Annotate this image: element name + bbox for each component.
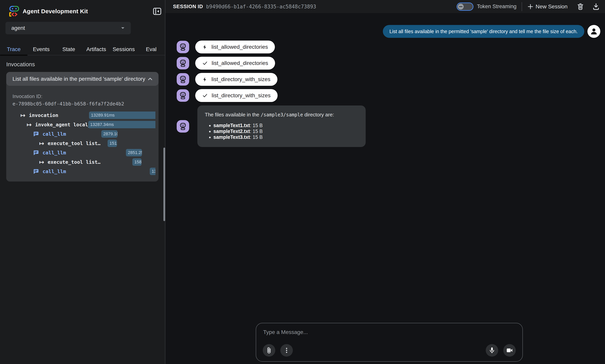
toggle-thumb [458,4,464,10]
sidebar-content: Invocations List all files available in … [0,55,165,182]
duration-bar: 1582.9 [132,158,141,166]
video-button[interactable] [503,344,516,357]
bot-avatar [177,41,189,53]
bot-avatar [177,73,189,86]
file-size: 15 B [253,123,262,128]
invocation-card: List all files available in the permitte… [6,72,159,182]
topbar: SESSION ID b9490d66-b1af-4266-8335-ac584… [165,0,605,13]
invocation-card-header[interactable]: List all files available in the permitte… [6,72,159,86]
directory-path: /sample3/sample [261,112,303,117]
tab-label: Trace [7,46,21,52]
invocation-id-value: e-7898bc05-60df-41bb-b658-f6fa7f2de4b2 [13,101,152,107]
trace-row[interactable]: call_llm 2879.10ms [19,129,155,139]
tab[interactable]: Trace [0,44,28,55]
topbar-controls: Token Streaming New Session [457,2,601,11]
duration-bar: 1511.6 [108,140,117,147]
trace-row[interactable]: call_llm 1314.30 [19,167,155,176]
collapse-panel-icon[interactable] [152,6,162,16]
bot-response-row: The files available in the /sample3/samp… [177,105,600,147]
file-name: sampleText1.txt [213,123,250,128]
function-name: list_allowed_directories [211,44,268,50]
bot-avatar [177,57,189,69]
file-list-item: sampleText2.txt: 15 B [213,128,358,134]
bot-event-row: list_allowed_directories [177,40,600,53]
chevron-up-icon[interactable] [147,76,153,82]
robot-icon [179,122,187,131]
duration-bar: 2879.10ms [101,130,118,138]
robot-icon [179,43,187,51]
app-title: Agent Development Kit [23,8,88,15]
function-call-chip[interactable]: list_directory_with_sizes [195,89,278,102]
sidebar: Agent Development Kit agent Trace Events… [0,0,165,364]
paperclip-icon [265,347,273,354]
duration-bar: 13289.91ms [89,112,155,119]
delete-session-icon[interactable] [577,3,584,11]
span-label: call_llm [42,150,66,156]
attach-file-button[interactable] [263,344,275,357]
message-input-placeholder: Type a Message... [263,329,308,335]
tab[interactable]: Artifacts [82,44,110,55]
videocam-icon [506,347,513,354]
agent-select-value: agent [11,25,25,31]
trace-row[interactable]: call_llm 2851.25ms [19,148,155,157]
robot-icon [179,59,187,67]
duration-text: 1314.30 [152,169,155,174]
file-list-item: sampleText3.txt: 15 B [213,134,358,140]
bolt-icon [202,44,207,50]
more-options-button[interactable] [280,344,293,357]
tab-label: Artifacts [86,46,106,52]
duration-text: 2851.25ms [128,150,142,155]
function-call-chip[interactable]: list_allowed_directories [195,57,275,70]
duration-text: 1582.9 [134,159,141,164]
user-message-row: List all files available in the permitte… [177,25,600,38]
duration-bar: 1314.30 [150,168,155,175]
sidebar-scrollbar[interactable] [163,148,165,221]
token-streaming-label: Token Streaming [477,3,517,10]
sidebar-header: Agent Development Kit [0,0,165,18]
chat-bubble-icon [33,131,39,137]
duration-bar: 2851.25ms [126,149,142,156]
function-name: list_directory_with_sizes [212,92,271,99]
trace-row[interactable]: ↦ invoke_agent local_fil… 13287.34ms [19,120,155,129]
tab[interactable]: State [55,44,82,55]
tab-label: Eval [146,46,156,52]
tab[interactable]: Events [28,44,55,55]
download-icon[interactable] [592,3,600,11]
session-id-label: SESSION ID [173,3,203,10]
span-label: call_llm [42,169,66,174]
microphone-button[interactable] [486,344,498,357]
span-label: execute_tool list… [48,141,100,146]
tab-label: State [62,46,75,52]
chat-bubble-icon [33,168,39,174]
trace-row[interactable]: ↦ execute_tool list… 1582.9 [19,157,155,167]
session-id-value: b9490d66-b1af-4266-8335-ac5848c73893 [206,4,316,10]
person-icon [590,27,598,36]
agent-select[interactable]: agent [5,22,131,34]
tab-label: Events [33,46,50,52]
kebab-menu-icon [283,347,290,354]
input-right-buttons [486,344,516,357]
sidebar-tabs: Trace Events State Artifacts Sessions Ev… [0,44,165,55]
bot-event-row: list_allowed_directories [177,57,600,70]
maps-to-arrow-icon: ↦ [39,159,44,165]
token-streaming-toggle[interactable] [457,2,473,11]
trace-row[interactable]: ↦ invocation 13289.91ms [19,111,155,120]
bot-avatar [177,120,189,133]
duration-text: 2879.10ms [103,131,118,136]
user-message-bubble: List all files available in the permitte… [383,25,584,38]
function-name: list_allowed_directories [212,60,268,66]
message-input[interactable]: Type a Message... [256,323,523,362]
adk-logo-icon [9,5,20,18]
trace-tree: ↦ invocation 13289.91ms ↦ invoke_agent l… [6,111,159,176]
main-area: SESSION ID b9490d66-b1af-4266-8335-ac584… [165,0,605,364]
function-call-chip[interactable]: list_directory_with_sizes [195,73,277,86]
new-session-button[interactable]: New Session [527,3,567,10]
new-session-label: New Session [536,3,567,10]
file-size: 15 B [253,129,262,134]
function-call-chip[interactable]: list_allowed_directories [195,40,275,53]
tab[interactable]: Sessions [110,44,138,55]
maps-to-arrow-icon: ↦ [20,112,25,118]
response-intro: The files available in the /sample3/samp… [205,112,358,118]
tab[interactable]: Eval [138,44,165,55]
trace-row[interactable]: ↦ execute_tool list… 1511.6 [19,139,155,148]
